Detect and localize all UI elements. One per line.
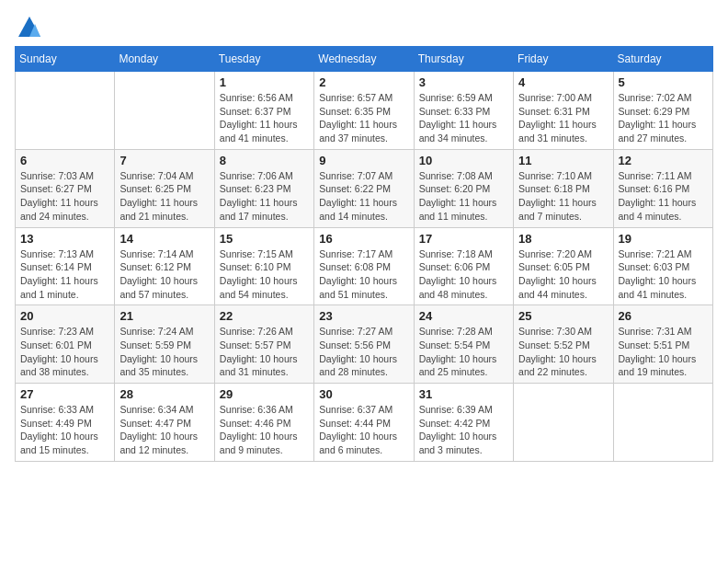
day-info: Sunrise: 7:20 AM Sunset: 6:05 PM Dayligh… bbox=[518, 247, 608, 302]
day-number: 23 bbox=[319, 309, 408, 323]
calendar-cell: 1Sunrise: 6:56 AM Sunset: 6:37 PM Daylig… bbox=[214, 72, 313, 150]
calendar-cell: 20Sunrise: 7:23 AM Sunset: 6:01 PM Dayli… bbox=[16, 305, 115, 384]
day-number: 27 bbox=[20, 387, 109, 401]
calendar-cell: 21Sunrise: 7:24 AM Sunset: 5:59 PM Dayli… bbox=[115, 305, 214, 384]
day-info: Sunrise: 7:17 AM Sunset: 6:08 PM Dayligh… bbox=[319, 247, 408, 302]
calendar-cell: 17Sunrise: 7:18 AM Sunset: 6:06 PM Dayli… bbox=[414, 227, 513, 305]
day-info: Sunrise: 6:34 AM Sunset: 4:47 PM Dayligh… bbox=[119, 403, 209, 457]
calendar-cell: 6Sunrise: 7:03 AM Sunset: 6:27 PM Daylig… bbox=[16, 149, 115, 227]
calendar-cell: 12Sunrise: 7:11 AM Sunset: 6:16 PM Dayli… bbox=[613, 149, 712, 227]
day-number: 10 bbox=[419, 154, 508, 167]
day-number: 31 bbox=[419, 387, 508, 401]
day-info: Sunrise: 7:11 AM Sunset: 6:16 PM Dayligh… bbox=[619, 169, 708, 224]
calendar-cell: 7Sunrise: 7:04 AM Sunset: 6:25 PM Daylig… bbox=[115, 149, 214, 227]
day-number: 17 bbox=[419, 232, 508, 246]
day-number: 7 bbox=[119, 154, 209, 167]
day-number: 30 bbox=[319, 387, 408, 401]
day-number: 4 bbox=[518, 75, 608, 89]
day-info: Sunrise: 6:33 AM Sunset: 4:49 PM Dayligh… bbox=[20, 403, 109, 457]
calendar-cell: 25Sunrise: 7:30 AM Sunset: 5:52 PM Dayli… bbox=[514, 305, 613, 384]
logo-icon bbox=[17, 15, 42, 40]
calendar-cell: 11Sunrise: 7:10 AM Sunset: 6:18 PM Dayli… bbox=[514, 149, 613, 227]
calendar-header-tuesday: Tuesday bbox=[214, 47, 313, 72]
day-number: 12 bbox=[619, 154, 708, 167]
calendar-cell: 13Sunrise: 7:13 AM Sunset: 6:14 PM Dayli… bbox=[16, 227, 115, 305]
day-number: 5 bbox=[619, 75, 708, 89]
calendar-cell: 30Sunrise: 6:37 AM Sunset: 4:44 PM Dayli… bbox=[314, 384, 414, 462]
day-info: Sunrise: 7:03 AM Sunset: 6:27 PM Dayligh… bbox=[20, 169, 109, 224]
calendar-week-row: 20Sunrise: 7:23 AM Sunset: 6:01 PM Dayli… bbox=[16, 305, 713, 384]
day-number: 25 bbox=[518, 309, 608, 323]
calendar-cell: 19Sunrise: 7:21 AM Sunset: 6:03 PM Dayli… bbox=[613, 227, 712, 305]
day-info: Sunrise: 6:57 AM Sunset: 6:35 PM Dayligh… bbox=[319, 91, 408, 145]
day-info: Sunrise: 7:23 AM Sunset: 6:01 PM Dayligh… bbox=[20, 325, 109, 379]
day-number: 26 bbox=[619, 309, 708, 323]
day-info: Sunrise: 7:13 AM Sunset: 6:14 PM Dayligh… bbox=[20, 247, 109, 302]
page-header bbox=[15, 15, 713, 35]
day-number: 21 bbox=[119, 309, 209, 323]
calendar-header-thursday: Thursday bbox=[414, 47, 513, 72]
calendar-cell: 4Sunrise: 7:00 AM Sunset: 6:31 PM Daylig… bbox=[514, 72, 613, 150]
day-info: Sunrise: 7:06 AM Sunset: 6:23 PM Dayligh… bbox=[220, 169, 309, 224]
day-number: 1 bbox=[220, 75, 309, 89]
day-info: Sunrise: 7:08 AM Sunset: 6:20 PM Dayligh… bbox=[419, 169, 508, 224]
day-number: 22 bbox=[220, 309, 309, 323]
calendar-week-row: 1Sunrise: 6:56 AM Sunset: 6:37 PM Daylig… bbox=[16, 72, 713, 150]
calendar-header-wednesday: Wednesday bbox=[314, 47, 414, 72]
day-info: Sunrise: 6:56 AM Sunset: 6:37 PM Dayligh… bbox=[220, 91, 309, 145]
day-number: 11 bbox=[518, 154, 608, 167]
calendar-week-row: 6Sunrise: 7:03 AM Sunset: 6:27 PM Daylig… bbox=[16, 149, 713, 227]
day-info: Sunrise: 7:31 AM Sunset: 5:51 PM Dayligh… bbox=[619, 325, 708, 379]
calendar-cell: 5Sunrise: 7:02 AM Sunset: 6:29 PM Daylig… bbox=[613, 72, 712, 150]
day-number: 9 bbox=[319, 154, 408, 167]
day-number: 16 bbox=[319, 232, 408, 246]
calendar-cell: 10Sunrise: 7:08 AM Sunset: 6:20 PM Dayli… bbox=[414, 149, 513, 227]
calendar-cell: 16Sunrise: 7:17 AM Sunset: 6:08 PM Dayli… bbox=[314, 227, 414, 305]
day-info: Sunrise: 7:00 AM Sunset: 6:31 PM Dayligh… bbox=[518, 91, 608, 145]
calendar-cell: 3Sunrise: 6:59 AM Sunset: 6:33 PM Daylig… bbox=[414, 72, 513, 150]
calendar-cell: 14Sunrise: 7:14 AM Sunset: 6:12 PM Dayli… bbox=[115, 227, 214, 305]
day-info: Sunrise: 7:18 AM Sunset: 6:06 PM Dayligh… bbox=[419, 247, 508, 302]
calendar-cell bbox=[514, 384, 613, 462]
day-info: Sunrise: 6:59 AM Sunset: 6:33 PM Dayligh… bbox=[419, 91, 508, 145]
calendar-cell: 26Sunrise: 7:31 AM Sunset: 5:51 PM Dayli… bbox=[613, 305, 712, 384]
calendar-cell bbox=[115, 72, 214, 150]
day-info: Sunrise: 7:21 AM Sunset: 6:03 PM Dayligh… bbox=[619, 247, 708, 302]
day-number: 3 bbox=[419, 75, 508, 89]
calendar-cell: 2Sunrise: 6:57 AM Sunset: 6:35 PM Daylig… bbox=[314, 72, 414, 150]
day-number: 29 bbox=[220, 387, 309, 401]
calendar-week-row: 27Sunrise: 6:33 AM Sunset: 4:49 PM Dayli… bbox=[16, 384, 713, 462]
day-number: 15 bbox=[220, 232, 309, 246]
day-info: Sunrise: 6:39 AM Sunset: 4:42 PM Dayligh… bbox=[419, 403, 508, 457]
day-number: 14 bbox=[119, 232, 209, 246]
day-number: 20 bbox=[20, 309, 109, 323]
day-number: 2 bbox=[319, 75, 408, 89]
day-info: Sunrise: 7:26 AM Sunset: 5:57 PM Dayligh… bbox=[220, 325, 309, 379]
calendar-header-saturday: Saturday bbox=[613, 47, 712, 72]
calendar-header-monday: Monday bbox=[115, 47, 214, 72]
calendar-cell: 27Sunrise: 6:33 AM Sunset: 4:49 PM Dayli… bbox=[16, 384, 115, 462]
day-info: Sunrise: 7:27 AM Sunset: 5:56 PM Dayligh… bbox=[319, 325, 408, 379]
calendar-cell: 29Sunrise: 6:36 AM Sunset: 4:46 PM Dayli… bbox=[214, 384, 313, 462]
calendar-cell: 15Sunrise: 7:15 AM Sunset: 6:10 PM Dayli… bbox=[214, 227, 313, 305]
calendar-cell: 31Sunrise: 6:39 AM Sunset: 4:42 PM Dayli… bbox=[414, 384, 513, 462]
day-number: 8 bbox=[220, 154, 309, 167]
calendar-cell: 8Sunrise: 7:06 AM Sunset: 6:23 PM Daylig… bbox=[214, 149, 313, 227]
calendar-cell: 9Sunrise: 7:07 AM Sunset: 6:22 PM Daylig… bbox=[314, 149, 414, 227]
day-info: Sunrise: 7:07 AM Sunset: 6:22 PM Dayligh… bbox=[319, 169, 408, 224]
day-info: Sunrise: 7:10 AM Sunset: 6:18 PM Dayligh… bbox=[518, 169, 608, 224]
day-info: Sunrise: 7:14 AM Sunset: 6:12 PM Dayligh… bbox=[119, 247, 209, 302]
day-info: Sunrise: 6:36 AM Sunset: 4:46 PM Dayligh… bbox=[220, 403, 309, 457]
day-info: Sunrise: 7:04 AM Sunset: 6:25 PM Dayligh… bbox=[119, 169, 209, 224]
calendar-header-sunday: Sunday bbox=[16, 47, 115, 72]
day-number: 18 bbox=[518, 232, 608, 246]
day-info: Sunrise: 7:30 AM Sunset: 5:52 PM Dayligh… bbox=[518, 325, 608, 379]
calendar-cell bbox=[16, 72, 115, 150]
day-info: Sunrise: 7:15 AM Sunset: 6:10 PM Dayligh… bbox=[220, 247, 309, 302]
day-number: 13 bbox=[20, 232, 109, 246]
day-info: Sunrise: 7:02 AM Sunset: 6:29 PM Dayligh… bbox=[619, 91, 708, 145]
day-info: Sunrise: 6:37 AM Sunset: 4:44 PM Dayligh… bbox=[319, 403, 408, 457]
day-number: 19 bbox=[619, 232, 708, 246]
calendar-cell bbox=[613, 384, 712, 462]
calendar-cell: 22Sunrise: 7:26 AM Sunset: 5:57 PM Dayli… bbox=[214, 305, 313, 384]
